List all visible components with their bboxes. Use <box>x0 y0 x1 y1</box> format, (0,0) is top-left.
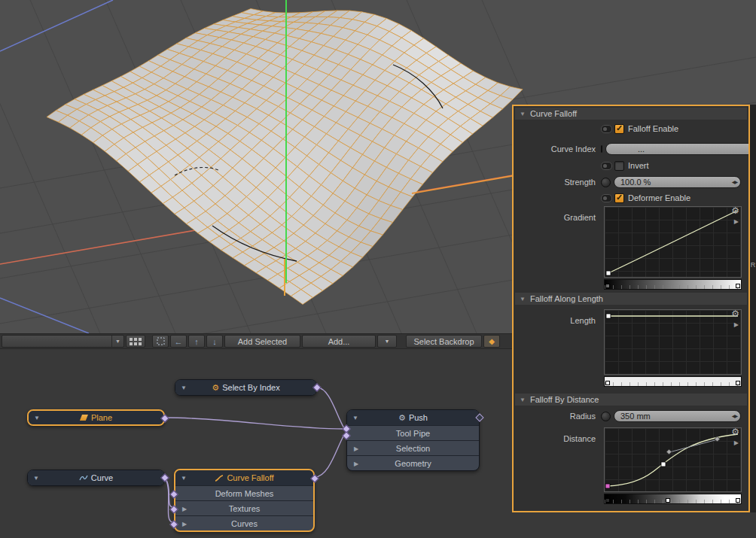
node-curve-falloff[interactable]: ▼ Curve Falloff Deform Meshes ▶Textures … <box>174 469 315 532</box>
node-row-selection[interactable]: ▶Selection <box>347 440 479 455</box>
gradient-handle[interactable] <box>736 498 740 503</box>
down-button[interactable]: ↓ <box>206 335 223 348</box>
expand-arrow-icon[interactable]: ▶ <box>734 218 739 225</box>
gradient-curve-editor[interactable]: ⚙ ▶ <box>604 206 742 278</box>
channel-link-toggle[interactable] <box>601 145 602 153</box>
row-label: Curves <box>231 519 258 528</box>
checkbox-label: Deformer Enable <box>628 193 690 202</box>
row-strength: Strength ◀▶ <box>517 175 745 189</box>
gradient-handle[interactable] <box>605 498 610 503</box>
channel-toggle[interactable] <box>601 194 612 202</box>
mini-slider-icon[interactable]: ◀▶ <box>732 413 737 418</box>
up-button[interactable]: ↑ <box>188 335 205 348</box>
node-plane[interactable]: ▼ Plane <box>27 409 165 426</box>
expand-arrow-icon[interactable]: ▶ <box>734 321 739 328</box>
node-header[interactable]: ▼ Curve <box>28 470 164 485</box>
expand-arrow-icon[interactable]: ▶ <box>354 460 358 467</box>
channel-knob[interactable] <box>601 412 611 421</box>
node-push[interactable]: ▼ ⚙ Push Tool Pipe ▶Selection ▶Geometry <box>346 409 480 471</box>
gradient-curve[interactable] <box>605 207 741 277</box>
section-header-falloff-along-length[interactable]: ▼ Falloff Along Length <box>515 293 747 305</box>
collapse-triangle-icon[interactable]: ▼ <box>34 415 40 421</box>
right-dock-strip[interactable]: R <box>749 105 756 512</box>
radius-field[interactable] <box>614 410 741 422</box>
chevron-down-icon: ▼ <box>111 336 123 347</box>
gear-icon: ⚙ <box>212 384 219 392</box>
length-curve[interactable] <box>605 310 741 374</box>
node-title: Curve Falloff <box>227 473 273 482</box>
strength-field[interactable] <box>614 176 741 188</box>
curve-falloff-properties-panel: ▼ Curve Falloff ✓ Falloff Enable Curve I… <box>512 105 750 512</box>
row-invert: Invert <box>517 159 745 172</box>
gradient-handle[interactable] <box>736 381 740 385</box>
gradient-handle[interactable] <box>605 381 610 385</box>
collapse-triangle-icon: ▼ <box>520 397 526 403</box>
frame-selected-button[interactable] <box>152 335 169 348</box>
invert-checkbox[interactable] <box>614 161 624 171</box>
add-dropdown-button[interactable]: ▼ <box>377 335 397 348</box>
node-title: Curve <box>91 473 113 482</box>
node-header[interactable]: ▼ ⚙ Select By Index <box>175 380 316 395</box>
add-selected-button[interactable]: Add Selected <box>224 335 300 348</box>
section-header-falloff-by-distance[interactable]: ▼ Falloff By Distance <box>515 394 747 406</box>
distance-preview-strip[interactable] <box>604 494 742 504</box>
node-select-by-index[interactable]: ▼ ⚙ Select By Index <box>175 379 317 396</box>
back-arrow-icon: ← <box>175 337 183 346</box>
mini-slider-icon[interactable]: ◀▶ <box>732 179 737 184</box>
gear-icon[interactable]: ⚙ <box>731 206 739 215</box>
add-selected-label: Add Selected <box>238 337 287 346</box>
deformer-enable-checkbox[interactable]: ✓ <box>614 193 624 203</box>
expand-arrow-icon[interactable]: ▶ <box>354 445 358 451</box>
curve-index-field[interactable] <box>605 143 750 155</box>
collapse-triangle-icon: ▼ <box>520 296 526 302</box>
workspace-dropdown[interactable]: ▼ <box>2 335 124 348</box>
gradient-handle[interactable] <box>666 498 670 503</box>
collapse-triangle-icon[interactable]: ▼ <box>181 475 187 482</box>
row-label: Tool Pipe <box>396 429 430 438</box>
field-label: Radius <box>517 412 601 421</box>
node-row-curves[interactable]: ▶Curves <box>175 515 313 530</box>
falloff-enable-checkbox[interactable]: ✓ <box>614 124 624 134</box>
collapse-triangle-icon[interactable]: ▼ <box>33 475 39 482</box>
node-header[interactable]: ▼ Curve Falloff <box>175 470 313 485</box>
node-title: Push <box>409 413 428 422</box>
node-row-deform-meshes[interactable]: Deform Meshes <box>175 485 313 500</box>
row-distance: Distance ⚙ ▶ <box>517 427 745 504</box>
checkbox-label: Falloff Enable <box>628 124 678 133</box>
gradient-handle[interactable] <box>605 284 610 288</box>
gear-icon[interactable]: ⚙ <box>731 309 739 318</box>
diamond-icon: ◆ <box>489 337 495 345</box>
gradient-preview-strip[interactable] <box>604 279 742 290</box>
dock-tab-label[interactable]: R <box>750 261 756 269</box>
back-button[interactable]: ← <box>170 335 187 348</box>
length-curve-editor[interactable]: ⚙ ▶ <box>604 309 742 375</box>
collapse-triangle-icon[interactable]: ▼ <box>352 415 358 421</box>
node-header[interactable]: ▼ Plane <box>29 411 163 424</box>
node-row-geometry[interactable]: ▶Geometry <box>347 455 479 470</box>
section-title: Curve Falloff <box>530 109 577 118</box>
node-row-textures[interactable]: ▶Textures <box>175 500 313 515</box>
gradient-handle[interactable] <box>736 284 740 288</box>
gear-icon[interactable]: ⚙ <box>731 427 739 436</box>
thumbnail-view-button[interactable] <box>126 335 145 348</box>
collapse-triangle-icon[interactable]: ▼ <box>181 385 187 391</box>
node-curve[interactable]: ▼ Curve <box>27 470 165 486</box>
node-header[interactable]: ▼ ⚙ Push <box>347 410 479 425</box>
expand-arrow-icon[interactable]: ▶ <box>734 439 739 446</box>
distance-curve[interactable] <box>605 428 741 491</box>
collapse-triangle-icon: ▼ <box>520 111 526 117</box>
channel-toggle[interactable] <box>601 162 612 170</box>
node-row-tool-pipe[interactable]: Tool Pipe <box>347 425 479 440</box>
section-header-curve-falloff[interactable]: ▼ Curve Falloff <box>515 108 747 120</box>
distance-curve-editor[interactable]: ⚙ ▶ <box>604 427 742 492</box>
field-label: Strength <box>517 178 601 187</box>
channel-toggle[interactable] <box>601 125 612 133</box>
length-preview-strip[interactable] <box>604 376 742 387</box>
select-backdrop-button[interactable]: Select Backdrop <box>406 335 482 348</box>
expand-arrow-icon[interactable]: ▶ <box>182 505 187 512</box>
add-button[interactable]: Add... <box>302 335 376 348</box>
channel-knob[interactable] <box>601 178 611 187</box>
expand-arrow-icon[interactable]: ▶ <box>182 520 187 527</box>
pin-schematic-button[interactable]: ◆ <box>483 335 500 348</box>
field-label: Gradient <box>517 206 601 222</box>
